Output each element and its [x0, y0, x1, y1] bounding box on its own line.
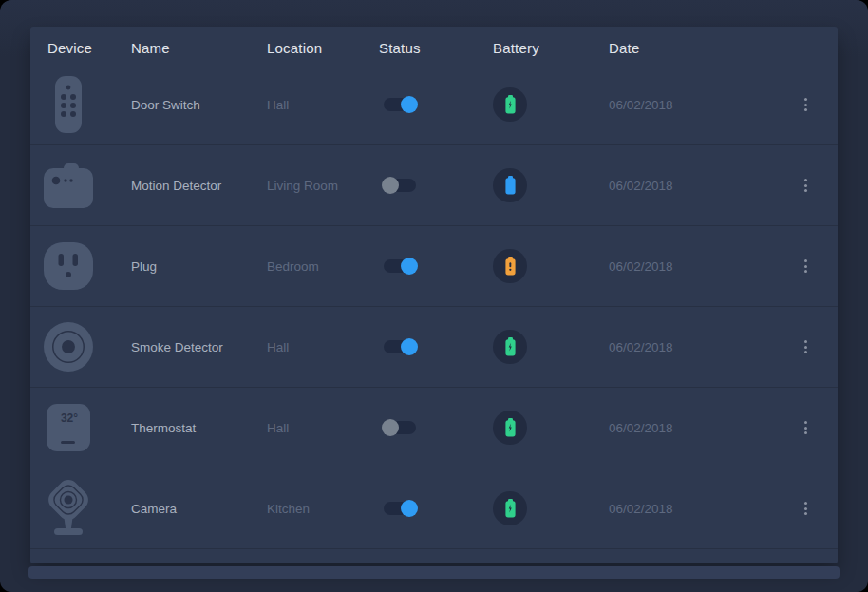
column-header-status: Status — [379, 40, 493, 56]
device-date: 06/02/2018 — [609, 259, 673, 274]
kebab-menu-icon[interactable] — [801, 94, 811, 115]
status-toggle[interactable] — [384, 502, 416, 515]
table-row: Plug Bedroom 06/02/2018 — [30, 226, 838, 307]
device-location: Hall — [267, 98, 289, 112]
device-location: Kitchen — [267, 502, 310, 516]
toggle-knob — [382, 177, 399, 194]
table-header: Device Name Location Status Battery Date — [30, 27, 838, 65]
svg-text:32°: 32° — [61, 411, 78, 425]
column-header-name: Name — [131, 40, 267, 56]
device-name: Door Switch — [131, 98, 200, 112]
device-date: 06/02/2018 — [609, 502, 673, 516]
thermostat-icon: 32° — [44, 404, 93, 451]
motion-detector-icon — [44, 162, 93, 208]
table-row: Motion Detector Living Room 06/02/2018 — [30, 145, 838, 226]
kebab-menu-icon[interactable] — [801, 336, 811, 357]
battery-low-icon — [493, 249, 527, 283]
device-date: 06/02/2018 — [609, 421, 673, 435]
toggle-knob — [401, 500, 418, 517]
device-date: 06/02/2018 — [609, 179, 673, 193]
status-toggle[interactable] — [384, 259, 416, 273]
device-name: Thermostat — [131, 421, 196, 435]
kebab-menu-icon[interactable] — [801, 498, 811, 519]
smoke-detector-icon — [44, 320, 93, 373]
toggle-knob — [401, 338, 418, 355]
table-row: Smoke Detector Hall 06/02/2018 — [30, 307, 838, 388]
kebab-menu-icon[interactable] — [801, 417, 811, 438]
plug-icon — [44, 242, 93, 290]
battery-full-icon — [493, 168, 527, 202]
device-name: Motion Detector — [131, 179, 221, 193]
door-switch-icon — [44, 76, 93, 133]
kebab-menu-icon[interactable] — [801, 175, 811, 196]
device-date: 06/02/2018 — [609, 98, 673, 112]
device-location: Living Room — [267, 179, 338, 193]
battery-charging-icon — [493, 491, 527, 525]
device-location: Bedroom — [267, 259, 319, 274]
status-toggle[interactable] — [384, 340, 416, 353]
table-row: Door Switch Hall 06/02/2018 — [30, 65, 838, 145]
status-toggle[interactable] — [384, 98, 416, 111]
toggle-knob — [401, 258, 418, 275]
toggle-knob — [401, 96, 418, 113]
device-table-card: Device Name Location Status Battery Date… — [30, 27, 838, 563]
device-location: Hall — [267, 421, 289, 435]
bottom-edge-decoration — [28, 566, 840, 579]
status-toggle[interactable] — [384, 421, 416, 434]
device-name: Plug — [131, 259, 157, 274]
table-row: 32° Thermostat Hall 06/02/2018 — [30, 388, 838, 468]
toggle-knob — [382, 419, 399, 436]
battery-charging-icon — [493, 330, 527, 364]
camera-icon — [44, 479, 93, 538]
device-location: Hall — [267, 340, 289, 354]
column-header-battery: Battery — [493, 40, 609, 56]
battery-charging-icon — [493, 411, 527, 445]
battery-charging-icon — [493, 87, 527, 122]
table-row: Camera Kitchen 06/02/2018 — [30, 468, 838, 549]
kebab-menu-icon[interactable] — [801, 256, 811, 277]
column-header-device: Device — [47, 40, 131, 56]
table-body: Door Switch Hall 06/02/2018 Motion Detec… — [30, 65, 838, 549]
column-header-location: Location — [267, 40, 379, 56]
app-window: Device Name Location Status Battery Date… — [0, 0, 868, 592]
column-header-date: Date — [609, 40, 751, 56]
device-name: Camera — [131, 502, 177, 516]
device-name: Smoke Detector — [131, 340, 223, 354]
device-date: 06/02/2018 — [609, 340, 673, 354]
status-toggle[interactable] — [384, 179, 416, 192]
